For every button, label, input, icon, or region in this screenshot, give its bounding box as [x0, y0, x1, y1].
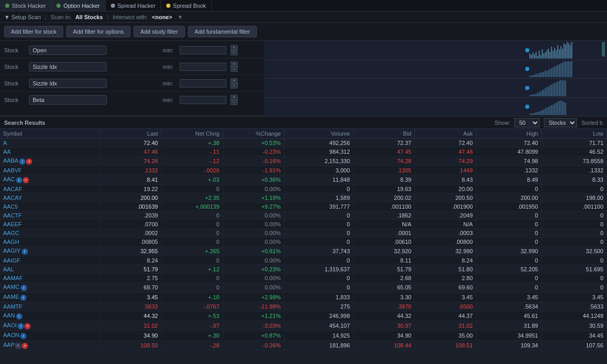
symbol-cell[interactable]: AABVF	[0, 166, 100, 175]
symbol-cell[interactable]: AAGH	[0, 238, 100, 246]
symbol-cell[interactable]: AAMCi	[0, 283, 100, 293]
ask-cell: .0003	[415, 229, 476, 238]
symbol-cell[interactable]: AAL	[0, 265, 100, 274]
symbol-cell[interactable]: AAP≡×	[0, 341, 100, 351]
info-icon[interactable]: i	[19, 158, 25, 165]
symbol-cell[interactable]: AAMEi	[0, 293, 100, 302]
chevron-intersect-icon: ▼	[177, 14, 183, 20]
info-icon[interactable]: i	[16, 177, 22, 183]
stepper-3: + −	[230, 95, 238, 105]
symbol-cell[interactable]: AAONi	[0, 331, 100, 341]
cancel-icon[interactable]: ×	[24, 323, 31, 329]
stepper-up-1[interactable]: +	[230, 62, 238, 67]
table-container[interactable]: Symbol Last Net Chng %Change Volume Bid …	[0, 129, 607, 358]
col-header-volume[interactable]: Volume	[284, 129, 353, 139]
pctchng-cell: 0.00%	[223, 256, 284, 265]
filter-input-sizzle2[interactable]	[180, 79, 226, 88]
symbol-cell[interactable]: AACAF	[0, 185, 100, 194]
filter-select-beta[interactable]: Beta	[29, 95, 107, 105]
pctchng-cell: 0.00%	[223, 274, 284, 283]
filter-row-sizzle1: Stock Sizzle Idx min: + −	[0, 59, 264, 75]
high-cell: .1332	[476, 166, 541, 175]
top-nav: Stock Hacker Option Hacker Spread Hacker…	[0, 0, 607, 11]
filter-input-beta[interactable]	[180, 96, 226, 104]
bid-cell: 108.44	[353, 341, 415, 351]
add-filter-stock-btn[interactable]: Add filter for stock	[4, 26, 63, 37]
symbol-cell[interactable]: AAOIi×	[0, 321, 100, 331]
info-icon[interactable]: i	[21, 285, 27, 291]
col-header-symbol[interactable]: Symbol	[0, 129, 100, 139]
symbol-cell[interactable]: AAGIYi	[0, 246, 100, 256]
col-header-pctchng[interactable]: %Change	[223, 129, 284, 139]
tab-option-hacker[interactable]: Option Hacker	[51, 0, 105, 11]
info-icon[interactable]: i	[20, 295, 26, 301]
cancel-icon[interactable]: ×	[26, 158, 32, 165]
filter-input-open[interactable]	[180, 46, 226, 54]
tab-stock-hacker[interactable]: Stock Hacker	[0, 0, 51, 11]
cancel-icon[interactable]: ×	[23, 177, 29, 183]
symbol-cell[interactable]: AACTF	[0, 211, 100, 220]
scan-in-value[interactable]: All Stocks	[75, 14, 103, 20]
table-row: AABAi×74.28-.12-0.16%2,151,33074.2874.29…	[0, 156, 607, 166]
tab-spread-book[interactable]: Spread Book	[161, 0, 212, 11]
setup-scan-btn[interactable]: ▼ Setup Scan	[4, 14, 41, 20]
col-header-bid[interactable]: Bid	[353, 129, 415, 139]
info-icon[interactable]: i	[22, 249, 28, 255]
symbol-cell[interactable]: AABAi×	[0, 156, 100, 166]
filter-select-open[interactable]: Open	[29, 46, 107, 55]
bid-cell: 32.920	[353, 246, 415, 256]
col-header-low[interactable]: Low	[541, 129, 606, 139]
col-header-last[interactable]: Last	[100, 129, 162, 139]
symbol-cell[interactable]: AAEEF	[0, 220, 100, 229]
bid-cell: 8.39	[353, 175, 415, 185]
stepper-up-0[interactable]: +	[230, 45, 238, 50]
stepper-down-1[interactable]: −	[230, 67, 238, 72]
filter-select-sizzle1[interactable]: Sizzle Idx	[29, 62, 107, 71]
symbol-cell[interactable]: AAMAF	[0, 274, 100, 283]
ask-cell: 20.00	[415, 185, 476, 194]
symbol-cell[interactable]: AACi×	[0, 175, 100, 185]
type-select[interactable]: Stocks	[544, 118, 577, 127]
symbol-cell[interactable]: A	[0, 139, 100, 148]
symbol-cell[interactable]: AAC5	[0, 202, 100, 211]
table-row: AAC5.001639+.000139+9.27%391,777.001100.…	[0, 202, 607, 211]
info-icon[interactable]: i	[20, 333, 26, 339]
cancel-icon[interactable]: ×	[22, 343, 28, 349]
add-fundamental-filter-btn[interactable]: Add fundamental filter	[188, 26, 257, 37]
col-header-netchng[interactable]: Net Chng	[161, 129, 223, 139]
high-cell: 32.990	[476, 246, 541, 256]
stepper-up-3[interactable]: +	[230, 95, 238, 100]
info-icon[interactable]: i	[18, 323, 24, 329]
stepper-down-0[interactable]: −	[230, 50, 238, 55]
symbol-cell[interactable]: AA	[0, 148, 100, 156]
filter-select-sizzle2[interactable]: Sizzle Idx	[29, 79, 107, 88]
symbol-cell[interactable]: AANi	[0, 311, 100, 321]
show-count-select[interactable]: 50 100 200	[514, 118, 540, 127]
setup-scan-label: Setup Scan	[11, 14, 41, 20]
symbol-cell[interactable]: AAMTF	[0, 302, 100, 311]
symbol-cell[interactable]: AACAY	[0, 194, 100, 202]
volume-cell: 0	[284, 274, 353, 283]
filter-input-sizzle1[interactable]	[180, 63, 226, 71]
tab-spread-hacker[interactable]: Spread Hacker	[106, 0, 161, 11]
stepper-2: + −	[230, 78, 238, 89]
info-icon[interactable]: i	[16, 313, 22, 319]
add-study-filter-btn[interactable]: Add study filter	[134, 26, 185, 37]
stepper-down-2[interactable]: −	[230, 83, 238, 89]
symbol-cell[interactable]: AAGC	[0, 229, 100, 238]
high-cell: 34.9951	[476, 331, 541, 341]
netchng-cell: 0	[161, 256, 223, 265]
col-header-ask[interactable]: Ask	[415, 129, 476, 139]
stepper-up-2[interactable]: +	[230, 78, 238, 83]
last-cell: 200.00	[100, 194, 162, 202]
add-filter-options-btn[interactable]: Add filter for options	[66, 26, 131, 37]
high-cell: 200.00	[476, 194, 541, 202]
table-row: A72.40+.38+0.53%492,25672.3772.4072.4071…	[0, 139, 607, 148]
menu-icon[interactable]: ≡	[15, 343, 21, 349]
col-header-high[interactable]: High	[476, 129, 541, 139]
intersect-value[interactable]: <none>	[152, 14, 172, 20]
symbol-cell[interactable]: AAIGF	[0, 256, 100, 265]
ask-cell: 2.80	[415, 274, 476, 283]
chart-end-marker-0	[602, 42, 605, 56]
stepper-down-3[interactable]: −	[230, 100, 238, 105]
